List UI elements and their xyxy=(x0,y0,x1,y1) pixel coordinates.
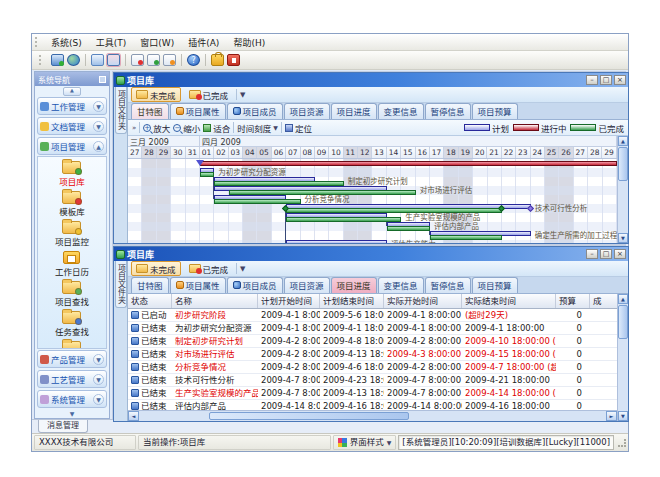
sidebar-item-模板库[interactable]: 模板库 xyxy=(59,191,85,217)
lock-icon[interactable] xyxy=(211,54,224,66)
table-row[interactable]: 已结束制定初步研究计划2009-4-2 8:00:002009-4-8 18:0… xyxy=(128,335,617,348)
w1-tab-项目属性[interactable]: 项目属性 xyxy=(170,103,226,119)
zoom-out-button[interactable]: − 缩小 xyxy=(173,122,200,134)
w1-tab-项目资源[interactable]: 项目资源 xyxy=(284,103,330,119)
chevron-down-icon[interactable]: ▼ xyxy=(93,101,104,112)
menu-item-1[interactable]: 工具(T) xyxy=(89,37,134,49)
w2-filter-已完成[interactable]: 已完成 xyxy=(184,261,234,276)
table-row[interactable]: 已结束分析竞争情况2009-4-2 8:00:002009-4-6 18:00:… xyxy=(128,361,617,374)
sidebar-item-项目库[interactable]: 项目库 xyxy=(59,161,85,187)
close-button[interactable]: × xyxy=(614,75,626,85)
sidebar-item-项目查找[interactable]: 项目查找 xyxy=(55,281,89,307)
window1-titlebar[interactable]: 项目库 – □ × xyxy=(114,73,628,87)
scroll-thumb[interactable] xyxy=(618,147,628,181)
menu-item-4[interactable]: 帮助(H) xyxy=(226,37,272,49)
menu-item-0[interactable]: 系统(S) xyxy=(44,37,89,49)
exit-icon[interactable] xyxy=(227,54,240,66)
sidebar-group-项目管理[interactable]: 项目管理▲ xyxy=(37,137,107,155)
w1-tab-项目成员[interactable]: 项目成员 xyxy=(227,103,283,119)
w1-tab-暂停信息[interactable]: 暂停信息 xyxy=(425,103,471,119)
table-row[interactable]: 已结束为初步研究分配资源2009-4-1 8:00:002009-4-1 18:… xyxy=(128,322,617,335)
interface-style-button[interactable]: 界面样式 ▼ xyxy=(333,435,397,450)
minimize-button[interactable]: – xyxy=(586,249,598,259)
fit-button[interactable]: 适合 xyxy=(203,122,230,134)
chevron-down-icon[interactable]: ▼ xyxy=(93,121,104,132)
sidebar-item-任务查找[interactable]: 任务查找 xyxy=(55,311,89,337)
w1-tab-甘特图[interactable]: 甘特图 xyxy=(131,103,169,119)
project-folder-tab[interactable]: 项目文件夹 xyxy=(115,261,127,308)
table-row[interactable]: 已结束评估内部产品2009-4-14 8:00:002009-4-16 18:0… xyxy=(128,400,617,410)
sidebar-group-工艺管理[interactable]: 工艺管理▼ xyxy=(37,370,107,388)
table-vertical-scrollbar[interactable]: ▲ ▼ xyxy=(617,294,628,421)
w2-tab-甘特图[interactable]: 甘特图 xyxy=(131,277,169,293)
chevron-down-icon[interactable]: ▼ xyxy=(93,374,104,385)
chevron-down-icon[interactable]: ▼ xyxy=(93,354,104,365)
resize-grip[interactable] xyxy=(618,439,626,447)
w2-tab-项目进度[interactable]: 项目进度 xyxy=(331,277,377,293)
report-orange-icon[interactable] xyxy=(163,54,176,66)
column-header-实际结束时间[interactable]: 实际结束时间 xyxy=(462,294,556,308)
globe-icon[interactable] xyxy=(67,54,80,66)
w1-filter-已完成[interactable]: 已完成 xyxy=(184,87,234,102)
open-folder-icon[interactable] xyxy=(91,54,104,66)
w1-tab-项目进度[interactable]: 项目进度 xyxy=(331,103,377,119)
message-management-tab[interactable]: 消息管理 xyxy=(38,420,88,433)
help-icon[interactable] xyxy=(187,54,200,66)
w2-tab-项目成员[interactable]: 项目成员 xyxy=(227,277,283,293)
zoom-in-button[interactable]: + 放大 xyxy=(143,122,170,134)
w1-filter-未完成[interactable]: 未完成 xyxy=(131,87,181,102)
monitor-add-icon[interactable] xyxy=(51,54,64,66)
report-red-icon[interactable] xyxy=(131,54,144,66)
table-row[interactable]: 已结束技术可行性分析2009-4-7 8:00:002009-4-23 18:0… xyxy=(128,374,617,387)
column-header-计划开始时间[interactable]: 计划开始时间 xyxy=(258,294,320,308)
chevron-down-icon[interactable]: ▼ xyxy=(93,394,104,405)
column-header-实际开始时间[interactable]: 实际开始时间 xyxy=(384,294,462,308)
w2-tab-项目资源[interactable]: 项目资源 xyxy=(284,277,330,293)
w2-filter-未完成[interactable]: 未完成 xyxy=(131,261,181,276)
w2-tab-变更信息[interactable]: 变更信息 xyxy=(378,277,424,293)
menu-item-2[interactable]: 窗口(W) xyxy=(133,37,181,49)
scroll-up-arrow[interactable]: ▲ xyxy=(618,136,628,146)
scroll-left-arrow[interactable]: ◄ xyxy=(128,411,139,421)
minimize-button[interactable]: – xyxy=(586,75,598,85)
sidebar-group-工作管理[interactable]: 工作管理▼ xyxy=(37,97,107,115)
scroll-down-arrow[interactable]: ▼ xyxy=(618,411,628,421)
table-row[interactable]: 已结束对市场进行评估2009-4-2 8:00:002009-4-13 18:0… xyxy=(128,348,617,361)
column-header-预算[interactable]: 预算 xyxy=(556,294,590,308)
toolbar-overflow-button[interactable]: » xyxy=(132,124,136,132)
table-horizontal-scrollbar[interactable]: ◄ ► xyxy=(128,410,617,421)
w2-tab-项目属性[interactable]: 项目属性 xyxy=(170,277,226,293)
column-header-计划结束时间[interactable]: 计划结束时间 xyxy=(320,294,384,308)
sidebar-group-文档管理[interactable]: 文档管理▼ xyxy=(37,117,107,135)
menu-item-3[interactable]: 插件(A) xyxy=(181,37,226,49)
column-header-状态[interactable]: 状态 xyxy=(128,294,172,308)
column-header-名称[interactable]: 名称 xyxy=(172,294,258,308)
table-row[interactable]: 已启动初步研究阶段2009-4-1 8:00:002009-5-6 18:00:… xyxy=(128,309,617,322)
scroll-right-arrow[interactable]: ► xyxy=(606,411,617,421)
scroll-up-arrow[interactable]: ▲ xyxy=(618,294,628,304)
maximize-button[interactable]: □ xyxy=(600,249,612,259)
table-row[interactable]: 已结束生产实验室规模的产品2009-4-7 8:00:002009-4-13 1… xyxy=(128,387,617,400)
gantt-body[interactable]: 为初步研究分配资源制定初步研究计划对市场进行评估分析竞争情况技术可行性分析生产实… xyxy=(128,159,617,243)
collapse-button[interactable]: ▲ xyxy=(63,87,81,96)
sidebar-item-项目文档查找[interactable]: 项目文档查找 xyxy=(46,341,97,349)
w1-tab-变更信息[interactable]: 变更信息 xyxy=(378,103,424,119)
sidebar-group-产品管理[interactable]: 产品管理▼ xyxy=(37,350,107,368)
scroll-down-arrow[interactable]: ▼ xyxy=(618,233,628,243)
pin-icon[interactable] xyxy=(99,76,106,83)
window2-titlebar[interactable]: 项目库 – □ × xyxy=(114,247,628,261)
time-scale-button[interactable]: 时间刻度 ▼ xyxy=(237,122,278,134)
w1-tab-项目预算[interactable]: 项目预算 xyxy=(472,103,518,119)
filter-overflow-button[interactable]: ▼ xyxy=(240,91,245,99)
w2-tab-项目预算[interactable]: 项目预算 xyxy=(472,277,518,293)
maximize-button[interactable]: □ xyxy=(600,75,612,85)
sidebar-item-项目监控[interactable]: 项目监控 xyxy=(55,221,89,247)
gantt-vertical-scrollbar[interactable]: ▲ ▼ xyxy=(617,136,628,243)
column-header-成[interactable]: 成 xyxy=(590,294,618,308)
sidebar-group-系统管理[interactable]: 系统管理▼ xyxy=(37,390,107,408)
w2-tab-暂停信息[interactable]: 暂停信息 xyxy=(425,277,471,293)
project-folder-tab[interactable]: 项目文件夹 xyxy=(115,87,127,134)
scroll-thumb[interactable] xyxy=(618,305,628,339)
close-button[interactable]: × xyxy=(614,249,626,259)
locate-button[interactable]: 定位 xyxy=(285,122,312,134)
